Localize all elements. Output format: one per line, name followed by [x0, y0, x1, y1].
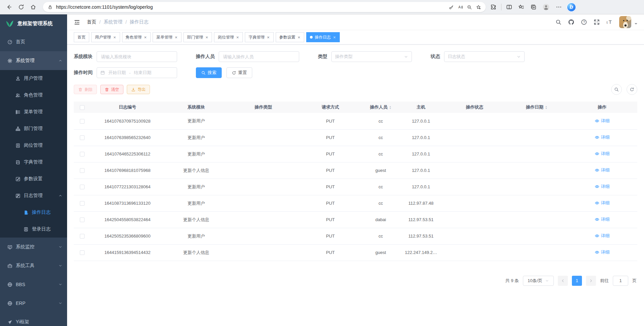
sidebar-item-oper-log[interactable]: 操作日志 — [0, 204, 67, 221]
browser-home-icon[interactable] — [29, 3, 38, 11]
tab-post-mgmt[interactable]: 岗位管理× — [214, 32, 243, 42]
type-select[interactable]: 操作类型 — [331, 51, 412, 62]
tab-dict-mgmt[interactable]: 字典管理× — [245, 32, 274, 42]
row-checkbox[interactable] — [80, 250, 85, 255]
close-icon[interactable]: × — [205, 35, 209, 40]
next-page-button[interactable] — [586, 276, 596, 286]
bing-chat-icon[interactable]: b — [567, 2, 576, 12]
prev-page-button[interactable] — [558, 276, 568, 286]
favorites-icon[interactable] — [517, 3, 526, 11]
sort-carets[interactable]: ▲▼ — [389, 106, 391, 110]
table-search-button[interactable] — [611, 84, 622, 95]
detail-link[interactable]: 详细 — [595, 216, 610, 222]
password-key-icon[interactable] — [448, 4, 454, 10]
row-checkbox[interactable] — [80, 135, 85, 140]
sidebar-item-dept-mgmt[interactable]: 部门管理 — [0, 120, 67, 137]
sidebar-item-monitor[interactable]: 系统监控 — [0, 238, 67, 256]
help-icon[interactable]: ? — [581, 19, 587, 25]
close-icon[interactable]: × — [298, 35, 301, 40]
sidebar-item-system-mgmt[interactable]: 系统管理 — [0, 51, 67, 70]
address-bar[interactable]: https://ccnetcore.com:1101/system/log/op… — [43, 2, 486, 12]
github-icon[interactable] — [568, 19, 574, 25]
sidebar-item-login-log[interactable]: 登录日志 — [0, 221, 67, 238]
split-screen-icon[interactable] — [505, 3, 514, 11]
tab-dept-mgmt[interactable]: 部门管理× — [183, 32, 212, 42]
sidebar-item-home[interactable]: 首页 — [0, 32, 67, 51]
sidebar-item-log-mgmt[interactable]: 日志管理 — [0, 187, 67, 204]
collections-icon[interactable] — [529, 3, 538, 11]
sidebar-item-user-mgmt[interactable]: 用户管理 — [0, 70, 67, 87]
reset-button[interactable]: 重置 — [226, 67, 252, 78]
operator-input[interactable] — [219, 51, 299, 62]
tab-param-settings[interactable]: 参数设置× — [276, 32, 305, 42]
sidebar-item-yi-framework[interactable]: Yi框架 — [0, 313, 67, 326]
goto-page-input[interactable] — [613, 276, 628, 286]
close-icon[interactable]: × — [113, 35, 116, 40]
export-button[interactable]: 导出 — [127, 85, 150, 94]
close-icon[interactable]: × — [236, 35, 239, 40]
column-header-date[interactable]: 操作日期▲▼ — [506, 102, 567, 113]
detail-link[interactable]: 详细 — [595, 167, 610, 173]
chevron-down-icon[interactable] — [635, 23, 637, 26]
tab-menu-mgmt[interactable]: 菜单管理× — [153, 32, 181, 42]
row-checkbox[interactable] — [80, 119, 85, 124]
detail-link[interactable]: 详细 — [595, 233, 610, 239]
close-icon[interactable]: × — [144, 35, 147, 40]
tab-home[interactable]: 首页 — [74, 32, 89, 42]
status-select[interactable]: 日志状态 — [444, 51, 525, 62]
sidebar-item-menu-mgmt[interactable]: 菜单管理 — [0, 104, 67, 120]
fullscreen-icon[interactable] — [594, 19, 600, 25]
table-row: 1641076465225306112更新用户PUTcc127.0.0.1详细 — [74, 146, 637, 162]
delete-button[interactable]: 删除 — [74, 85, 97, 94]
table-refresh-button[interactable] — [627, 84, 637, 95]
date-range-picker[interactable]: 开始日期 - 结束日期 — [97, 67, 177, 78]
zoom-out-icon[interactable] — [466, 4, 473, 10]
select-all-checkbox[interactable] — [80, 105, 85, 110]
tab-role-mgmt[interactable]: 角色管理× — [122, 32, 151, 42]
detail-link[interactable]: 详细 — [595, 134, 610, 140]
close-icon[interactable]: × — [333, 35, 336, 40]
sidebar-item-tools[interactable]: 系统工具 — [0, 256, 67, 275]
font-size-icon[interactable]: tT — [606, 19, 612, 25]
tab-user-mgmt[interactable]: 用户管理× — [91, 32, 120, 42]
row-checkbox[interactable] — [80, 152, 85, 156]
clear-button[interactable]: 清空 — [100, 85, 123, 94]
detail-link[interactable]: 详细 — [595, 249, 610, 255]
extensions-icon[interactable] — [489, 3, 498, 11]
read-aloud-icon[interactable]: A — [457, 4, 464, 10]
favorite-add-icon[interactable] — [475, 4, 482, 10]
breadcrumb-item[interactable]: 首页 — [87, 19, 96, 25]
module-input[interactable] — [97, 51, 177, 62]
sidebar-item-param-settings[interactable]: 参数设置 — [0, 171, 67, 187]
column-header-operator[interactable]: 操作人员▲▼ — [362, 102, 399, 113]
user-avatar[interactable] — [619, 16, 631, 28]
more-options-icon[interactable] — [554, 3, 563, 11]
browser-profile-icon[interactable] — [541, 2, 551, 12]
tab-oper-log[interactable]: 操作日志× — [306, 32, 340, 42]
sidebar-item-dict-mgmt[interactable]: 字典管理 — [0, 154, 67, 171]
close-icon[interactable]: × — [267, 35, 270, 40]
page-size-select[interactable]: 10条/页 — [523, 276, 554, 286]
sort-carets[interactable]: ▲▼ — [545, 106, 547, 110]
page-1-button[interactable]: 1 — [572, 276, 582, 286]
search-icon[interactable] — [555, 19, 561, 25]
row-checkbox[interactable] — [80, 217, 85, 222]
search-button[interactable]: 搜索 — [196, 67, 222, 78]
row-checkbox[interactable] — [80, 201, 85, 206]
detail-link[interactable]: 详细 — [595, 184, 610, 190]
sidebar-item-erp[interactable]: ERP — [0, 294, 67, 313]
row-checkbox[interactable] — [80, 234, 85, 239]
browser-back-icon[interactable] — [5, 3, 13, 11]
row-checkbox[interactable] — [80, 168, 85, 173]
browser-reload-icon[interactable] — [17, 3, 25, 11]
sidebar-item-bbs[interactable]: BBS — [0, 275, 67, 294]
url-text[interactable]: https://ccnetcore.com:1101/system/log/op… — [56, 4, 445, 10]
detail-link[interactable]: 详细 — [595, 200, 610, 206]
sidebar-item-post-mgmt[interactable]: 岗位管理 — [0, 137, 67, 154]
detail-link[interactable]: 详细 — [595, 151, 610, 157]
sidebar-fold-icon[interactable] — [74, 19, 80, 25]
row-checkbox[interactable] — [80, 185, 85, 189]
sidebar-item-role-mgmt[interactable]: 角色管理 — [0, 87, 67, 104]
close-icon[interactable]: × — [174, 35, 178, 40]
detail-link[interactable]: 详细 — [595, 118, 610, 124]
